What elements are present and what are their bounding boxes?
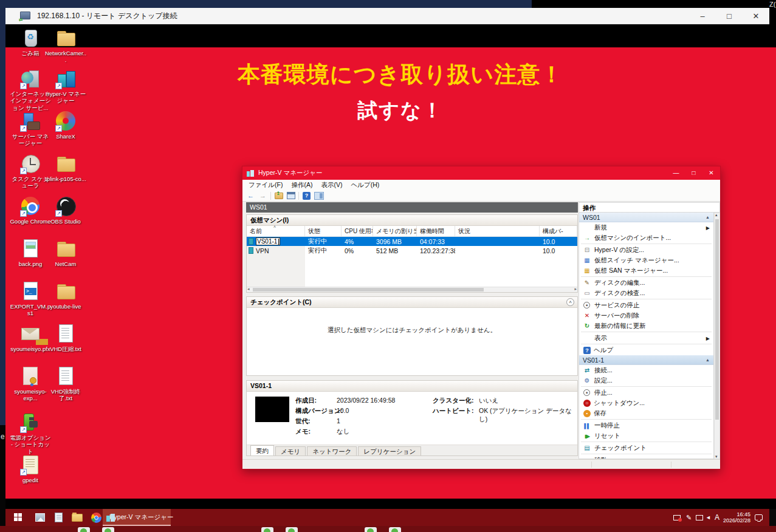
notepad-icon — [55, 513, 63, 522]
rdp-close-button[interactable]: ✕ — [743, 8, 769, 24]
action-import-vm[interactable]: 仮想マシンのインポート... — [579, 233, 713, 243]
vm-table-body: VS01-1 実行中 4% 3096 MB 04:07:33 10.0 VPN … — [247, 237, 577, 287]
maximize-icon: □ — [727, 12, 732, 21]
start-button[interactable] — [5, 509, 31, 526]
action-refresh[interactable]: 最新の情報に更新 — [579, 321, 713, 331]
horizontal-scrollbar[interactable] — [247, 287, 577, 292]
taskbar-notepad-button[interactable] — [49, 509, 67, 526]
menu-help[interactable]: ヘルプ(H) — [346, 181, 383, 189]
tray-network[interactable] — [696, 509, 703, 526]
action-move[interactable]: 移動... — [579, 455, 713, 459]
desktop-icon-netcam-folder[interactable]: NetCam — [44, 238, 87, 267]
help-icon[interactable]: ? — [303, 192, 311, 200]
vm-row-vs01-1[interactable]: VS01-1 実行中 4% 3096 MB 04:07:33 10.0 — [247, 237, 577, 246]
action-virtual-san-manager[interactable]: 仮想 SAN マネージャー... — [579, 265, 713, 276]
action-view[interactable]: 表示▶ — [579, 333, 713, 343]
separator — [581, 344, 712, 344]
column-cpu[interactable]: CPU 使用率 — [342, 226, 373, 236]
action-virtual-switch-manager[interactable]: 仮想スイッチ マネージャー... — [579, 255, 713, 265]
actions-group-vs01-1[interactable]: VS01-1▲ — [579, 355, 713, 365]
taskbar-explorer-button[interactable] — [67, 509, 87, 526]
taskbar-photos-button[interactable] — [31, 509, 49, 526]
hyperv-maximize-button[interactable]: □ — [685, 166, 702, 180]
rdp-minimize-button[interactable]: – — [689, 8, 716, 24]
hyperv-body: WS01 仮想マシン(I) ˄ 名前 状態 CPU 使用率 メモリの割り当て 稼… — [242, 202, 720, 469]
action-vm-settings[interactable]: 設定... — [579, 375, 713, 386]
rdp-titlebar[interactable]: 192.168.1.10 - リモート デスクトップ接続 – □ ✕ — [5, 8, 769, 24]
desktop-icon-hyperv-manager[interactable]: Hyper-V マネージャー — [44, 68, 87, 104]
vm-name-edit-field[interactable]: VS01-1 — [256, 237, 280, 245]
action-hyperv-settings[interactable]: Hyper-V の設定... — [579, 245, 713, 255]
tray-pen[interactable] — [686, 509, 692, 526]
action-edit-disk[interactable]: ディスクの編集... — [579, 278, 713, 288]
scrollbar-thumb[interactable] — [715, 219, 719, 420]
collapse-arrow-icon: ▲ — [706, 355, 710, 365]
hyperv-minimize-button[interactable]: — — [667, 166, 685, 180]
desktop-icon-vhd-force-quit-txt[interactable]: VHD強制終了.txt — [44, 366, 87, 402]
back-icon[interactable]: ← — [246, 191, 255, 200]
vm-row-vpn[interactable]: VPN 実行中 0% 512 MB 120.23:27:38 10.0 — [247, 246, 577, 255]
vm-section-header: 仮想マシン(I) — [247, 215, 577, 226]
column-uptime[interactable]: 稼働時間 — [417, 226, 455, 236]
desktop-icon-gpedit[interactable]: gpedit — [9, 454, 52, 483]
console-window-icon[interactable] — [287, 192, 295, 199]
desktop-icon-tplink-folder[interactable]: tplink-p105-co... — [44, 153, 87, 182]
generation-value: 1 — [337, 417, 340, 425]
menu-file[interactable]: ファイル(F) — [244, 181, 287, 189]
tab-network[interactable]: ネットワーク — [307, 446, 357, 455]
show-hide-pane-icon[interactable] — [314, 192, 324, 200]
action-inspect-disk[interactable]: ディスクの検査... — [579, 288, 713, 298]
action-turn-off[interactable]: 停止... — [579, 387, 713, 398]
tray-monitor-record[interactable] — [673, 509, 681, 526]
hyperv-close-button[interactable]: ✕ — [702, 166, 720, 180]
desktop-icon-vhd-compress-txt[interactable]: VHD圧縮.txt — [44, 323, 87, 352]
action-shutdown[interactable]: シャットダウン... — [579, 398, 713, 408]
action-new[interactable]: 新規▶ — [579, 222, 713, 233]
tab-summary[interactable]: 要約 — [250, 445, 274, 455]
tab-replication[interactable]: レプリケーション — [358, 446, 421, 455]
tab-memory[interactable]: メモリ — [275, 446, 306, 455]
column-memory[interactable]: メモリの割り当て — [373, 226, 417, 236]
action-save[interactable]: 保存 — [579, 408, 713, 418]
separator — [581, 299, 712, 299]
folder-icon — [55, 281, 76, 301]
action-stop-service[interactable]: サービスの停止 — [579, 300, 713, 310]
text-file-icon — [55, 323, 76, 344]
taskbar-hyperv-task[interactable]: Hyper-V マネージャー — [103, 509, 171, 526]
column-state[interactable]: 状態 — [305, 226, 342, 236]
actions-group-ws01[interactable]: WS01▲ — [579, 213, 713, 222]
menu-view[interactable]: 表示(V) — [317, 181, 346, 189]
action-help[interactable]: ヘルプ — [579, 345, 713, 355]
collapse-button[interactable]: ˄ — [566, 298, 574, 306]
action-pause[interactable]: 一時停止 — [579, 420, 713, 431]
action-remove-server[interactable]: サーバーの削除 — [579, 310, 713, 321]
tray-clock[interactable]: 16:45 2026/02/28 — [723, 509, 750, 526]
host-right-glyph-top: Z( — [769, 1, 775, 8]
vertical-scrollbar[interactable] — [714, 213, 720, 459]
vm-thumbnail[interactable] — [255, 397, 289, 422]
tray-ime[interactable]: A — [715, 509, 719, 526]
sort-ascending-icon: ˄ — [273, 225, 276, 229]
vm-details-header: VS01-1 — [247, 381, 577, 392]
forward-icon[interactable]: → — [258, 191, 267, 200]
action-connect[interactable]: 接続... — [579, 365, 713, 375]
remote-desktop: 本番環境につき取り扱い注意！ 試すな！ ごみ箱 NetworkCamer... … — [5, 24, 776, 509]
hyperv-titlebar[interactable]: Hyper-V マネージャー — □ ✕ — [242, 166, 720, 180]
scrollbar-thumb[interactable] — [253, 288, 484, 292]
desktop-icon-networkcamera-folder[interactable]: NetworkCamer... — [44, 27, 87, 64]
column-status[interactable]: 状況 — [455, 226, 540, 236]
desktop-icon-youtube-live-folder[interactable]: youtube-live — [44, 281, 87, 310]
column-version[interactable]: 構成バ- — [540, 226, 577, 236]
action-checkpoint[interactable]: チェックポイント — [579, 443, 713, 453]
menu-action[interactable]: 操作(A) — [287, 181, 317, 189]
host-left-glyph: e — [1, 432, 5, 441]
folder-action-icon[interactable] — [275, 193, 283, 199]
text-file-icon — [55, 366, 76, 386]
rdp-maximize-button[interactable]: □ — [716, 8, 743, 24]
desktop-icon-power-options[interactable]: 電源オプション - ショートカット — [9, 412, 52, 455]
import-vm-icon — [583, 234, 591, 242]
tray-action-center[interactable] — [755, 509, 763, 526]
desktop-icon-sharex[interactable]: ShareX — [44, 111, 87, 140]
desktop-icon-obs-studio[interactable]: OBS Studio — [44, 196, 87, 225]
action-reset[interactable]: リセット — [579, 431, 713, 441]
